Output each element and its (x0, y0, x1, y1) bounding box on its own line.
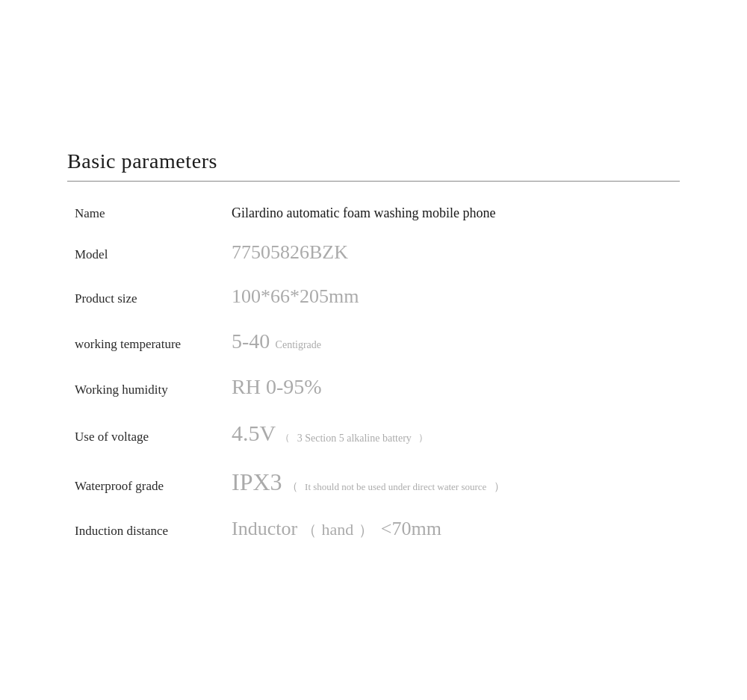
temp-unit: Centigrade (276, 339, 321, 350)
temp-main: 5-40 (232, 329, 270, 353)
param-value-temperature: 5-40 Centigrade (232, 326, 323, 356)
param-label-voltage: Use of voltage (75, 428, 232, 446)
voltage-suffix: 3 Section 5 alkaline battery (297, 433, 412, 444)
param-label-humidity: Working humidity (75, 381, 232, 399)
induction-suffix: <70mm (381, 518, 441, 539)
params-table: Name Gilardino automatic foam washing mo… (67, 204, 680, 543)
param-row-temperature: working temperature 5-40 Centigrade (75, 326, 672, 356)
voltage-close-paren: ） (418, 432, 428, 443)
param-value-waterproof: IPX3 （ It should not be used under direc… (232, 465, 506, 499)
waterproof-close-paren: ） (494, 480, 505, 492)
induction-open-paren: （ (302, 521, 317, 538)
param-value-voltage: 4.5V （ 3 Section 5 alkaline battery ） (232, 418, 430, 449)
param-label-name: Name (75, 205, 232, 223)
section-divider (67, 181, 680, 182)
voltage-main: 4.5V (232, 421, 276, 445)
induction-paren-content: hand (322, 520, 354, 539)
param-value-humidity: RH 0-95% (232, 372, 322, 401)
induction-close-paren: ） (359, 521, 374, 538)
param-label-model: Model (75, 246, 232, 264)
section-title: Basic parameters (67, 149, 680, 173)
param-row-size: Product size 100*66*205mm (75, 283, 672, 310)
induction-main: Inductor (232, 518, 297, 539)
param-value-model: 77505826BZK (232, 239, 348, 266)
param-row-waterproof: Waterproof grade IPX3 （ It should not be… (75, 465, 672, 499)
param-row-induction: Induction distance Inductor （ hand ） <70… (75, 515, 672, 542)
page-container: Basic parameters Name Gilardino automati… (0, 0, 747, 700)
param-row-voltage: Use of voltage 4.5V （ 3 Section 5 alkali… (75, 418, 672, 449)
param-row-model: Model 77505826BZK (75, 239, 672, 266)
param-label-induction: Induction distance (75, 522, 232, 540)
waterproof-open-paren: （ (287, 480, 298, 492)
param-label-size: Product size (75, 290, 232, 308)
param-label-waterproof: Waterproof grade (75, 477, 232, 495)
param-row-humidity: Working humidity RH 0-95% (75, 372, 672, 401)
waterproof-main: IPX3 (232, 468, 282, 495)
param-row-name: Name Gilardino automatic foam washing mo… (75, 204, 672, 223)
param-value-size: 100*66*205mm (232, 283, 359, 310)
param-label-temperature: working temperature (75, 335, 232, 353)
param-value-name: Gilardino automatic foam washing mobile … (232, 204, 495, 223)
waterproof-suffix: It should not be used under direct water… (305, 481, 486, 492)
voltage-open-paren: （ (280, 432, 290, 443)
param-value-induction: Inductor （ hand ） <70mm (232, 515, 441, 542)
